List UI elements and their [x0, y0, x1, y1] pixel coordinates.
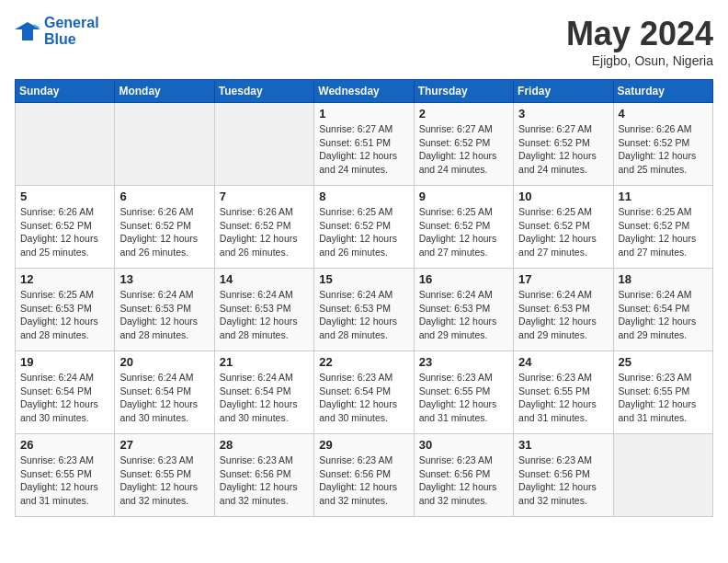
location: Ejigbo, Osun, Nigeria — [566, 53, 713, 68]
day-info: Sunrise: 6:24 AMSunset: 6:54 PMDaylight:… — [119, 371, 209, 425]
svg-marker-0 — [15, 22, 40, 40]
calendar-day-cell: 15Sunrise: 6:24 AMSunset: 6:53 PMDayligh… — [314, 269, 414, 351]
calendar-day-cell: 31Sunrise: 6:23 AMSunset: 6:56 PMDayligh… — [514, 434, 613, 517]
header-monday: Monday — [115, 80, 214, 103]
day-info: Sunrise: 6:27 AMSunset: 6:51 PMDaylight:… — [319, 122, 408, 177]
day-info: Sunrise: 6:24 AMSunset: 6:54 PMDaylight:… — [20, 371, 109, 425]
day-info: Sunrise: 6:23 AMSunset: 6:55 PMDaylight:… — [518, 371, 608, 425]
day-number: 11 — [619, 190, 708, 203]
calendar-header-row: SundayMondayTuesdayWednesdayThursdayFrid… — [16, 80, 713, 103]
day-number: 12 — [20, 272, 109, 286]
header-thursday: Thursday — [414, 80, 513, 103]
day-info: Sunrise: 6:27 AMSunset: 6:52 PMDaylight:… — [518, 122, 608, 177]
day-number: 28 — [220, 438, 309, 452]
calendar-day-cell — [214, 103, 313, 186]
day-info: Sunrise: 6:24 AMSunset: 6:53 PMDaylight:… — [419, 288, 508, 342]
day-info: Sunrise: 6:24 AMSunset: 6:54 PMDaylight:… — [220, 371, 309, 425]
calendar-day-cell: 16Sunrise: 6:24 AMSunset: 6:53 PMDayligh… — [414, 269, 513, 351]
day-number: 22 — [319, 355, 408, 369]
header-friday: Friday — [514, 80, 613, 103]
day-number: 31 — [518, 438, 608, 452]
day-number: 13 — [119, 272, 209, 286]
calendar-day-cell: 6Sunrise: 6:26 AMSunset: 6:52 PMDaylight… — [115, 186, 214, 269]
calendar-day-cell: 27Sunrise: 6:23 AMSunset: 6:55 PMDayligh… — [115, 434, 214, 517]
calendar-day-cell: 10Sunrise: 6:25 AMSunset: 6:52 PMDayligh… — [514, 186, 613, 269]
day-info: Sunrise: 6:24 AMSunset: 6:54 PMDaylight:… — [619, 288, 708, 342]
day-number: 25 — [619, 355, 708, 369]
day-number: 18 — [619, 272, 708, 286]
day-number: 15 — [319, 272, 408, 286]
calendar-day-cell: 17Sunrise: 6:24 AMSunset: 6:53 PMDayligh… — [514, 269, 613, 351]
day-number: 9 — [419, 190, 508, 203]
day-info: Sunrise: 6:23 AMSunset: 6:56 PMDaylight:… — [518, 454, 608, 508]
logo-bird-icon — [15, 20, 40, 42]
calendar-day-cell: 9Sunrise: 6:25 AMSunset: 6:52 PMDaylight… — [414, 186, 513, 269]
day-number: 7 — [220, 190, 309, 203]
day-number: 4 — [619, 107, 708, 121]
day-info: Sunrise: 6:26 AMSunset: 6:52 PMDaylight:… — [20, 205, 109, 259]
calendar-day-cell: 13Sunrise: 6:24 AMSunset: 6:53 PMDayligh… — [115, 269, 214, 351]
calendar-day-cell: 11Sunrise: 6:25 AMSunset: 6:52 PMDayligh… — [613, 186, 712, 269]
day-info: Sunrise: 6:24 AMSunset: 6:53 PMDaylight:… — [119, 288, 209, 342]
calendar-day-cell: 4Sunrise: 6:26 AMSunset: 6:52 PMDaylight… — [613, 103, 712, 186]
day-number: 19 — [20, 355, 109, 369]
calendar-day-cell — [16, 103, 115, 186]
logo-text: General Blue — [44, 15, 99, 48]
title-block: May 2024 Ejigbo, Osun, Nigeria — [566, 15, 713, 68]
day-number: 17 — [518, 272, 608, 286]
calendar-day-cell: 23Sunrise: 6:23 AMSunset: 6:55 PMDayligh… — [414, 351, 513, 434]
calendar-day-cell: 12Sunrise: 6:25 AMSunset: 6:53 PMDayligh… — [16, 269, 115, 351]
calendar-week-row: 5Sunrise: 6:26 AMSunset: 6:52 PMDaylight… — [16, 186, 713, 269]
day-info: Sunrise: 6:25 AMSunset: 6:52 PMDaylight:… — [419, 205, 508, 259]
day-info: Sunrise: 6:23 AMSunset: 6:55 PMDaylight:… — [619, 371, 708, 425]
calendar-day-cell: 14Sunrise: 6:24 AMSunset: 6:53 PMDayligh… — [214, 269, 313, 351]
day-info: Sunrise: 6:23 AMSunset: 6:56 PMDaylight:… — [220, 454, 309, 508]
calendar-day-cell: 1Sunrise: 6:27 AMSunset: 6:51 PMDaylight… — [314, 103, 414, 186]
calendar-day-cell: 19Sunrise: 6:24 AMSunset: 6:54 PMDayligh… — [16, 351, 115, 434]
day-number: 5 — [20, 190, 109, 203]
day-number: 16 — [419, 272, 508, 286]
header-wednesday: Wednesday — [314, 80, 414, 103]
day-info: Sunrise: 6:25 AMSunset: 6:52 PMDaylight:… — [619, 205, 708, 259]
calendar-day-cell: 18Sunrise: 6:24 AMSunset: 6:54 PMDayligh… — [613, 269, 712, 351]
page-header: General Blue May 2024 Ejigbo, Osun, Nige… — [15, 15, 713, 68]
calendar-day-cell: 22Sunrise: 6:23 AMSunset: 6:54 PMDayligh… — [314, 351, 414, 434]
calendar-table: SundayMondayTuesdayWednesdayThursdayFrid… — [15, 79, 713, 517]
calendar-week-row: 26Sunrise: 6:23 AMSunset: 6:55 PMDayligh… — [16, 434, 713, 517]
day-number: 2 — [419, 107, 508, 121]
day-number: 26 — [20, 438, 109, 452]
day-number: 21 — [220, 355, 309, 369]
day-info: Sunrise: 6:24 AMSunset: 6:53 PMDaylight:… — [220, 288, 309, 342]
day-number: 6 — [119, 190, 209, 203]
calendar-week-row: 19Sunrise: 6:24 AMSunset: 6:54 PMDayligh… — [16, 351, 713, 434]
header-sunday: Sunday — [16, 80, 115, 103]
day-number: 29 — [319, 438, 408, 452]
calendar-day-cell: 25Sunrise: 6:23 AMSunset: 6:55 PMDayligh… — [613, 351, 712, 434]
day-number: 27 — [119, 438, 209, 452]
day-number: 10 — [518, 190, 608, 203]
day-info: Sunrise: 6:23 AMSunset: 6:56 PMDaylight:… — [419, 454, 508, 508]
calendar-day-cell: 30Sunrise: 6:23 AMSunset: 6:56 PMDayligh… — [414, 434, 513, 517]
calendar-day-cell: 21Sunrise: 6:24 AMSunset: 6:54 PMDayligh… — [214, 351, 313, 434]
day-info: Sunrise: 6:24 AMSunset: 6:53 PMDaylight:… — [319, 288, 408, 342]
day-number: 24 — [518, 355, 608, 369]
day-number: 3 — [518, 107, 608, 121]
calendar-day-cell: 28Sunrise: 6:23 AMSunset: 6:56 PMDayligh… — [214, 434, 313, 517]
day-info: Sunrise: 6:23 AMSunset: 6:56 PMDaylight:… — [319, 454, 408, 508]
header-tuesday: Tuesday — [214, 80, 313, 103]
day-info: Sunrise: 6:23 AMSunset: 6:55 PMDaylight:… — [119, 454, 209, 508]
day-info: Sunrise: 6:26 AMSunset: 6:52 PMDaylight:… — [619, 122, 708, 177]
calendar-day-cell: 26Sunrise: 6:23 AMSunset: 6:55 PMDayligh… — [16, 434, 115, 517]
day-info: Sunrise: 6:23 AMSunset: 6:55 PMDaylight:… — [419, 371, 508, 425]
day-info: Sunrise: 6:23 AMSunset: 6:54 PMDaylight:… — [319, 371, 408, 425]
day-info: Sunrise: 6:24 AMSunset: 6:53 PMDaylight:… — [518, 288, 608, 342]
calendar-day-cell: 2Sunrise: 6:27 AMSunset: 6:52 PMDaylight… — [414, 103, 513, 186]
month-title: May 2024 — [566, 15, 713, 53]
calendar-day-cell — [613, 434, 712, 517]
calendar-day-cell: 29Sunrise: 6:23 AMSunset: 6:56 PMDayligh… — [314, 434, 414, 517]
calendar-week-row: 1Sunrise: 6:27 AMSunset: 6:51 PMDaylight… — [16, 103, 713, 186]
logo: General Blue — [15, 15, 99, 48]
calendar-day-cell — [115, 103, 214, 186]
calendar-week-row: 12Sunrise: 6:25 AMSunset: 6:53 PMDayligh… — [16, 269, 713, 351]
day-info: Sunrise: 6:25 AMSunset: 6:52 PMDaylight:… — [319, 205, 408, 259]
